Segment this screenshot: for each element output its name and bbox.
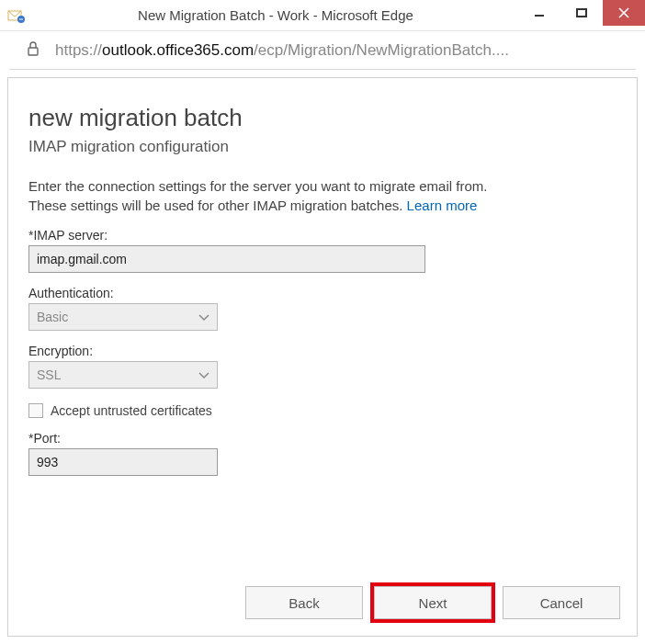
imap-server-input[interactable] bbox=[28, 245, 425, 273]
learn-more-link[interactable]: Learn more bbox=[407, 198, 478, 213]
page-description: Enter the connection settings for the se… bbox=[28, 176, 525, 215]
encryption-label: Encryption: bbox=[28, 344, 617, 358]
port-label: *Port: bbox=[28, 431, 617, 446]
window-title: New Migration Batch - Work - Microsoft E… bbox=[33, 7, 518, 23]
encryption-field: Encryption: SSL bbox=[28, 344, 617, 389]
chevron-down-icon bbox=[198, 367, 209, 382]
url-path: /ecp/Migration/NewMigrationBatch.... bbox=[254, 41, 509, 59]
address-bar[interactable]: https://outlook.office365.com/ecp/Migrat… bbox=[9, 31, 636, 70]
imap-server-field: *IMAP server: bbox=[28, 228, 617, 273]
port-field: *Port: bbox=[28, 431, 617, 476]
svg-rect-4 bbox=[577, 9, 586, 17]
window-controls bbox=[518, 0, 645, 30]
accept-certificates-row[interactable]: Accept untrusted certificates bbox=[28, 403, 617, 418]
next-button[interactable]: Next bbox=[374, 586, 492, 619]
chevron-down-icon bbox=[198, 310, 209, 324]
encryption-value: SSL bbox=[37, 367, 61, 382]
encryption-select[interactable]: SSL bbox=[28, 361, 218, 389]
svg-rect-7 bbox=[28, 48, 38, 55]
url-text: https://outlook.office365.com/ecp/Migrat… bbox=[55, 41, 509, 60]
url-prefix: https:// bbox=[55, 41, 102, 59]
dialog-footer: Back Next Cancel bbox=[8, 586, 637, 619]
port-input[interactable] bbox=[28, 448, 218, 476]
lock-icon bbox=[26, 40, 42, 61]
authentication-select[interactable]: Basic bbox=[28, 303, 218, 331]
app-icon bbox=[7, 7, 26, 24]
svg-rect-2 bbox=[19, 18, 23, 19]
authentication-label: Authentication: bbox=[28, 286, 617, 300]
page-heading: new migration batch bbox=[28, 104, 617, 132]
page-subheading: IMAP migration configuration bbox=[28, 138, 617, 156]
dialog-content: new migration batch IMAP migration confi… bbox=[7, 77, 638, 637]
accept-certificates-label: Accept untrusted certificates bbox=[51, 403, 212, 418]
authentication-field: Authentication: Basic bbox=[28, 286, 617, 331]
url-host: outlook.office365.com bbox=[102, 41, 254, 59]
minimize-button[interactable] bbox=[518, 0, 560, 26]
window-titlebar: New Migration Batch - Work - Microsoft E… bbox=[0, 0, 645, 31]
back-button[interactable]: Back bbox=[245, 586, 363, 619]
imap-server-label: *IMAP server: bbox=[28, 228, 617, 243]
browser-window: New Migration Batch - Work - Microsoft E… bbox=[0, 0, 645, 644]
checkbox-unchecked-icon bbox=[28, 403, 43, 418]
cancel-button[interactable]: Cancel bbox=[503, 586, 620, 619]
maximize-button[interactable] bbox=[560, 0, 603, 26]
close-button[interactable] bbox=[603, 0, 645, 26]
authentication-value: Basic bbox=[37, 310, 68, 324]
